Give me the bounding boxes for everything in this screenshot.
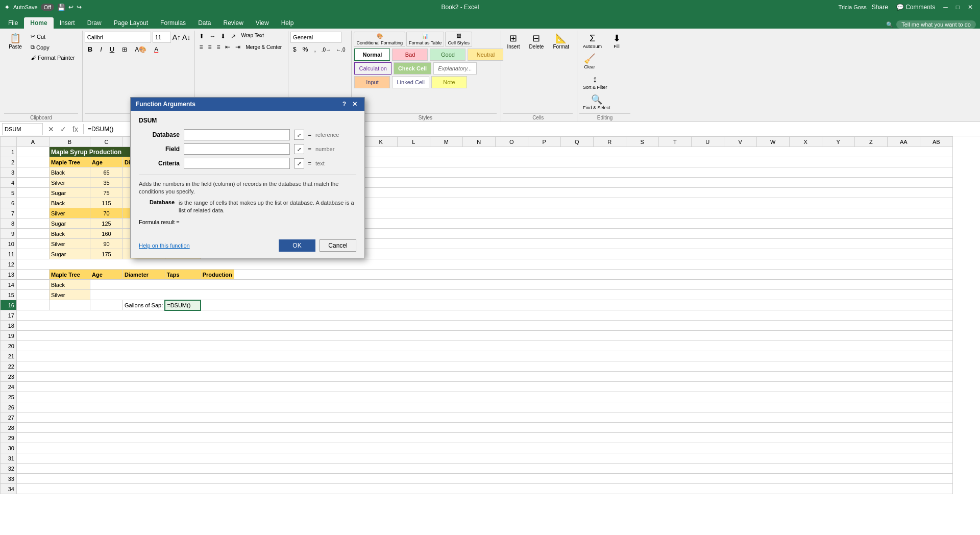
style-note[interactable]: Note [431, 76, 467, 88]
row-header-30[interactable]: 30 [1, 443, 17, 453]
cell-A10[interactable] [17, 239, 50, 249]
fill-button[interactable]: ⬇ Fill [606, 32, 627, 51]
col-header-M[interactable]: M [430, 137, 462, 147]
cell-A3[interactable] [17, 167, 50, 178]
tab-insert[interactable]: Insert [54, 17, 81, 29]
sort-filter-button[interactable]: ↕ Sort & Filter [579, 72, 611, 92]
cell-B8[interactable]: Sugar [50, 218, 90, 229]
cell-A8[interactable] [17, 218, 50, 229]
confirm-formula-button[interactable]: ✓ [57, 124, 69, 134]
decrease-font-button[interactable]: A↓ [182, 33, 190, 41]
cell-E16[interactable]: =DSUM() [165, 300, 201, 310]
cell-A5[interactable] [17, 188, 50, 198]
cell-B15[interactable]: Silver [50, 290, 90, 300]
col-header-K[interactable]: K [364, 137, 397, 147]
row-header-32[interactable]: 32 [1, 464, 17, 474]
align-middle-button[interactable]: ↔ [207, 32, 217, 41]
style-bad[interactable]: Bad [392, 48, 428, 61]
cell-A4[interactable] [17, 178, 50, 188]
wrap-text-button[interactable]: Wrap Text [239, 32, 266, 41]
cell-A6[interactable] [17, 198, 50, 208]
format-as-table-button[interactable]: 📊 Format as Table [406, 32, 444, 47]
comments-button[interactable]: 💬 Comments [893, 3, 938, 12]
insert-button[interactable]: ⊞ Insert [503, 32, 523, 52]
cell-B14[interactable]: Black [50, 280, 90, 290]
row-header-34[interactable]: 34 [1, 484, 17, 494]
dialog-help-button[interactable]: ? [340, 101, 348, 108]
cell-B13[interactable]: Maple Tree [50, 270, 90, 280]
cell-B7[interactable]: Silver [50, 208, 90, 218]
row-header-3[interactable]: 3 [1, 167, 17, 178]
row-header-12[interactable]: 12 [1, 259, 17, 270]
row-header-15[interactable]: 15 [1, 290, 17, 300]
dialog-close-button[interactable]: ✕ [350, 101, 359, 108]
percent-button[interactable]: % [300, 44, 311, 55]
style-input[interactable]: Input [354, 76, 390, 88]
col-header-AA[interactable]: AA [887, 137, 920, 147]
row-header-28[interactable]: 28 [1, 423, 17, 433]
name-box[interactable]: DSUM [2, 123, 43, 135]
tab-draw[interactable]: Draw [81, 17, 108, 29]
style-neutral[interactable]: Neutral [468, 48, 503, 61]
cell-C5[interactable]: 75 [90, 188, 123, 198]
align-center-button[interactable]: ≡ [206, 42, 213, 52]
col-header-T[interactable]: T [658, 137, 691, 147]
orientation-button[interactable]: ↗ [229, 32, 238, 41]
dialog-field-collapse-database[interactable]: ⤢ [294, 130, 304, 140]
col-header-R[interactable]: R [593, 137, 626, 147]
comma-button[interactable]: , [311, 44, 318, 55]
cell-B16[interactable] [50, 300, 90, 310]
style-calculation[interactable]: Calculation [354, 62, 391, 75]
cell-C7[interactable]: 70 [90, 208, 123, 218]
col-header-O[interactable]: O [495, 137, 528, 147]
dialog-field-input-database[interactable] [184, 129, 290, 140]
row-header-4[interactable]: 4 [1, 178, 17, 188]
align-top-button[interactable]: ⬆ [197, 32, 206, 41]
col-header-S[interactable]: S [626, 137, 658, 147]
increase-font-button[interactable]: A↑ [173, 33, 181, 41]
tab-review[interactable]: Review [217, 17, 249, 29]
row-header-6[interactable]: 6 [1, 198, 17, 208]
col-header-B[interactable]: B [50, 137, 90, 147]
undo-icon[interactable]: ↩ [68, 4, 74, 11]
col-header-P[interactable]: P [528, 137, 560, 147]
cell-A1[interactable] [17, 147, 50, 157]
cancel-formula-button[interactable]: ✕ [45, 124, 57, 134]
col-header-Z[interactable]: Z [854, 137, 887, 147]
style-good[interactable]: Good [430, 48, 465, 61]
redo-icon[interactable]: ↪ [77, 4, 82, 11]
underline-button[interactable]: U [107, 44, 117, 54]
row-header-21[interactable]: 21 [1, 351, 17, 361]
cell-A11[interactable] [17, 249, 50, 259]
row-header-10[interactable]: 10 [1, 239, 17, 249]
cell-B6[interactable]: Black [50, 198, 90, 208]
row-header-7[interactable]: 7 [1, 208, 17, 218]
dialog-field-collapse-field[interactable]: ⤢ [294, 144, 304, 154]
delete-button[interactable]: ⊟ Delete [525, 32, 547, 52]
col-header-N[interactable]: N [462, 137, 495, 147]
minimize-button[interactable]: ─ [940, 3, 951, 12]
tab-home[interactable]: Home [24, 17, 53, 29]
cell-B10[interactable]: Silver [50, 239, 90, 249]
share-button[interactable]: Share [869, 3, 891, 12]
row-header-17[interactable]: 17 [1, 310, 17, 321]
decimal-increase-button[interactable]: .0→ [320, 46, 333, 54]
row-header-16[interactable]: 16 [1, 300, 17, 310]
cell-C10[interactable]: 90 [90, 239, 123, 249]
find-select-button[interactable]: 🔍 Find & Select [579, 93, 614, 112]
cell-B3[interactable]: Black [50, 167, 90, 178]
style-check-cell[interactable]: Check Cell [394, 62, 431, 75]
align-right-button[interactable]: ≡ [214, 42, 222, 52]
tab-help[interactable]: Help [275, 17, 300, 29]
save-icon[interactable]: 💾 [57, 4, 65, 11]
col-header-V[interactable]: V [724, 137, 756, 147]
cell-C16[interactable] [90, 300, 123, 310]
cell-A16[interactable] [17, 300, 50, 310]
tab-view[interactable]: View [250, 17, 275, 29]
cell-B2[interactable]: Maple Tree [50, 157, 90, 167]
copy-button[interactable]: ⧉ Copy [28, 42, 78, 52]
maximize-button[interactable]: □ [953, 3, 963, 12]
dialog-ok-button[interactable]: OK [279, 239, 315, 252]
cell-C6[interactable]: 115 [90, 198, 123, 208]
cell-F13[interactable]: Production [201, 270, 234, 280]
